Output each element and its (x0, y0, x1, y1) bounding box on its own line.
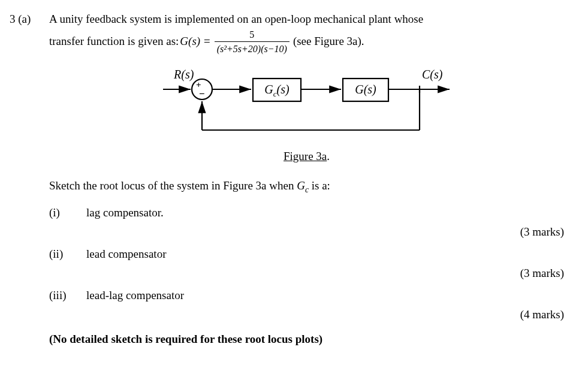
question-number: 3 (a) (6, 11, 49, 28)
item-i: (i) lag compensator. (49, 204, 564, 221)
figure-caption: Figure 3a. (49, 148, 564, 165)
question-row: 3 (a) A unity feedback system is impleme… (6, 11, 564, 348)
item-iii-marks: (4 marks) (49, 306, 564, 323)
item-ii-marks: (3 marks) (49, 265, 564, 282)
question-body: A unity feedback system is implemented o… (49, 11, 564, 348)
sketch-gc: Gc (297, 179, 309, 192)
intro-paragraph: A unity feedback system is implemented o… (49, 11, 564, 56)
item-ii-label: (ii) (49, 246, 86, 263)
item-ii-text: lead compensator (86, 246, 564, 263)
note-line: (No detailed sketch is required for thes… (49, 331, 564, 348)
item-i-text: lag compensator. (86, 204, 564, 221)
tf-fraction: 5 (s²+5s+20)(s−10) (215, 28, 290, 56)
sketch-suffix: is a: (309, 179, 330, 192)
figure-caption-text: Figure 3a (284, 150, 327, 162)
intro-line2-suffix: (see Figure 3a). (293, 33, 364, 50)
sub-items: (i) lag compensator. (3 marks) (ii) lead… (49, 204, 564, 322)
sketch-prefix: Sketch the root locus of the system in F… (49, 179, 297, 192)
item-i-marks: (3 marks) (49, 224, 564, 240)
sketch-instruction: Sketch the root locus of the system in F… (49, 177, 564, 196)
figure-3a: R(s) + − Gc(s) G(s) (49, 65, 564, 143)
tf-lhs: G(s) = (180, 33, 210, 50)
label-c: C(s) (422, 68, 443, 82)
item-iii-text: lead-lag compensator (86, 287, 564, 304)
block-diagram-svg: R(s) + − Gc(s) G(s) (151, 65, 463, 143)
item-ii: (ii) lead compensator (49, 246, 564, 263)
intro-line2: transfer function is given as: G(s) = 5 … (49, 28, 564, 56)
label-r: R(s) (173, 68, 194, 82)
sum-minus: − (199, 88, 205, 99)
tf-numerator: 5 (246, 28, 258, 41)
intro-line2-prefix: transfer function is given as: (49, 33, 179, 50)
item-iii: (iii) lead-lag compensator (49, 287, 564, 304)
item-iii-label: (iii) (49, 287, 86, 304)
tf-denominator: (s²+5s+20)(s−10) (215, 41, 290, 56)
intro-line1: A unity feedback system is implemented o… (49, 13, 423, 25)
label-g: G(s) (355, 83, 376, 96)
item-i-label: (i) (49, 204, 86, 221)
